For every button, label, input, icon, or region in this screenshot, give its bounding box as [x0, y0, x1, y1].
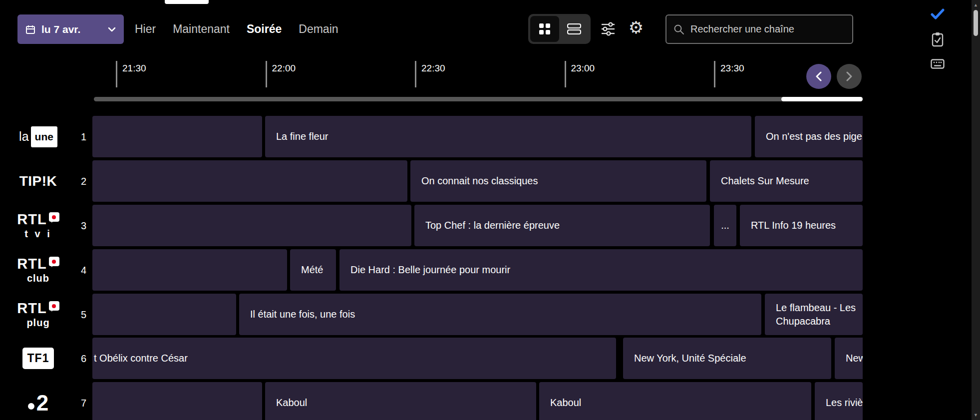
program-block[interactable]: On n'est pas des pige	[755, 116, 863, 157]
keyboard-button[interactable]	[931, 59, 945, 69]
chevron-down-icon	[108, 27, 116, 32]
logo-text: RTL	[17, 301, 46, 316]
tab-demain[interactable]: Demain	[299, 22, 338, 36]
program-block[interactable]	[92, 382, 262, 420]
speech-balloon-icon	[49, 257, 59, 266]
program-block[interactable]: Les riviè	[815, 382, 863, 420]
program-row: Top Chef : la dernière épreuve...RTL Inf…	[92, 205, 863, 246]
channel-row-3[interactable]: RTLt v i3	[0, 205, 92, 246]
program-block[interactable]	[92, 294, 236, 335]
filter-sliders-button[interactable]	[597, 18, 619, 40]
check-button[interactable]	[931, 8, 945, 20]
channel-row-7[interactable]: 27	[0, 382, 92, 420]
channel-logo-tipik: TIP!K	[19, 173, 57, 189]
dot-icon	[28, 403, 34, 410]
program-block[interactable]: New York, Unité Spéciale	[623, 338, 831, 379]
tick-line	[266, 61, 267, 87]
program-block[interactable]	[92, 160, 407, 202]
view-toggle	[528, 14, 591, 44]
program-block[interactable]: La fine fleur	[265, 116, 751, 157]
speech-balloon-icon	[49, 212, 59, 222]
settings-button[interactable]: ⚙	[625, 16, 647, 38]
timeline-scrollbar-thumb[interactable]	[781, 97, 863, 101]
program-title: Chalets Sur Mesure	[721, 175, 809, 187]
logo-text: RTL	[17, 257, 46, 271]
chevron-left-icon	[815, 71, 822, 81]
program-block[interactable]	[92, 249, 287, 291]
timeline-time: 22:00	[272, 63, 296, 74]
program-block[interactable]: Mété	[290, 249, 336, 291]
timeline-ticks: 21:3022:0022:3023:0023:30	[92, 61, 863, 89]
program-block[interactable]	[92, 205, 411, 246]
logo-text: plug	[26, 318, 49, 328]
grid-view-button[interactable]	[530, 16, 559, 42]
tab-maintenant[interactable]: Maintenant	[173, 22, 230, 36]
top-white-bar	[165, 0, 209, 4]
scroll-left-button[interactable]	[806, 64, 831, 89]
program-title: Le flambeau - Les Chupacabra	[776, 301, 858, 328]
program-block[interactable]: On connait nos classiques	[410, 160, 706, 202]
floating-icons	[928, 8, 948, 69]
list-view-button[interactable]	[560, 16, 589, 42]
program-block[interactable]: Top Chef : la dernière épreuve	[414, 205, 710, 246]
program-row: Il était une fois, une foisLe flambeau -…	[92, 294, 863, 335]
logo-text: une	[31, 126, 57, 147]
keyboard-icon	[931, 59, 945, 69]
program-title: La fine fleur	[276, 131, 328, 142]
channel-row-1[interactable]: laune1	[0, 116, 92, 157]
tick-line	[714, 61, 715, 87]
program-grid: La fine fleurOn n'est pas des pigeOn con…	[92, 116, 863, 420]
channel-logo-france2: 2	[28, 391, 48, 416]
date-picker-button[interactable]: lu 7 avr.	[17, 14, 124, 44]
channel-number: 6	[81, 353, 86, 364]
day-tabs: HierMaintenantSoiréeDemain	[135, 14, 338, 44]
program-title: Les riviè	[826, 397, 863, 409]
timeline-time: 23:00	[571, 63, 595, 74]
program-title: Mété	[301, 264, 323, 276]
channel-logo-rtl: RTLplug	[17, 301, 59, 328]
speech-balloon-icon	[49, 301, 59, 311]
scroll-right-button[interactable]	[837, 64, 862, 89]
timeline-scrollbar[interactable]	[94, 97, 863, 101]
program-block[interactable]: RTL Info 19 heures	[740, 205, 863, 246]
program-title: Kaboul	[550, 397, 581, 409]
tab-soirée[interactable]: Soirée	[247, 22, 282, 36]
scrollbar-up-arrow[interactable]: ▲	[972, 1, 980, 9]
program-block[interactable]: Kaboul	[539, 382, 811, 420]
timeline-time: 23:30	[720, 63, 744, 74]
program-block[interactable]	[92, 116, 262, 157]
page-scrollbar-thumb[interactable]	[974, 10, 978, 36]
channel-logo-la-une: laune	[19, 126, 57, 147]
clipboard-button[interactable]	[932, 32, 944, 47]
program-block[interactable]: Die Hard : Belle journée pour mourir	[339, 249, 863, 291]
program-block[interactable]: ...	[714, 205, 736, 246]
channel-row-5[interactable]: RTLplug5	[0, 294, 92, 335]
check-icon	[931, 8, 945, 20]
program-block[interactable]: Kaboul	[265, 382, 536, 420]
program-block[interactable]: Il était une fois, une fois	[239, 294, 761, 335]
channel-number: 2	[81, 175, 86, 187]
program-title: On n'est pas des pige	[766, 131, 862, 142]
program-title: Top Chef : la dernière épreuve	[425, 220, 560, 231]
program-title: t Obélix contre César	[94, 353, 188, 364]
program-row: La fine fleurOn n'est pas des pige	[92, 116, 863, 157]
program-title: ...	[721, 220, 729, 231]
program-block[interactable]: Chalets Sur Mesure	[710, 160, 863, 202]
program-block[interactable]: t Obélix contre César	[92, 338, 616, 379]
program-block[interactable]: Le flambeau - Les Chupacabra	[765, 294, 863, 335]
program-row: KaboulKaboulLes riviè	[92, 382, 863, 420]
timeline-time: 21:30	[122, 63, 146, 74]
channel-logo-tf1: TF1	[22, 348, 54, 369]
tab-hier[interactable]: Hier	[135, 22, 156, 36]
scrollbar-down-arrow[interactable]: ▼	[972, 411, 980, 419]
channel-number: 1	[81, 131, 86, 142]
program-title: New	[846, 353, 863, 364]
page-scrollbar[interactable]: ▲ ▼	[972, 0, 980, 420]
program-title: RTL Info 19 heures	[751, 220, 836, 231]
channel-row-2[interactable]: TIP!K2	[0, 160, 92, 202]
channel-row-4[interactable]: RTLclub4	[0, 249, 92, 291]
program-block[interactable]: New	[835, 338, 863, 379]
logo-text: 2	[36, 391, 48, 416]
channel-row-6[interactable]: TF16	[0, 338, 92, 379]
search-input[interactable]	[690, 23, 845, 35]
